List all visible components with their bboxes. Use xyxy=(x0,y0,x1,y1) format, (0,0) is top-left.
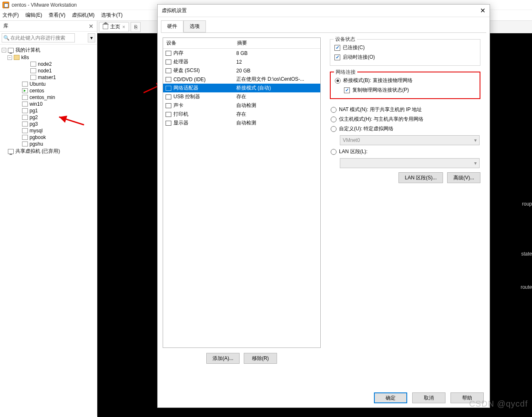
hw-row-cpu[interactable]: 处理器12 xyxy=(163,57,320,66)
library-panel: 库 ✕ 🔍 ▾ −我的计算机 −k8s node2 node1 matser1 … xyxy=(0,21,97,416)
device-state-fieldset: 设备状态 已连接(C) 启动时连接(O) xyxy=(330,39,480,66)
radio-icon xyxy=(331,117,337,122)
tree-pg3[interactable]: pg3 xyxy=(1,121,96,127)
hw-row-printer[interactable]: 打印机存在 xyxy=(163,110,320,119)
watermark: CSDN @qycdf xyxy=(469,399,528,409)
add-hardware-button[interactable]: 添加(A)... xyxy=(206,353,240,364)
vm-settings-dialog: 虚拟机设置 ✕ 硬件 选项 设备 摘要 内存8 GB 处理器12 硬盘 (SCS… xyxy=(157,4,490,408)
search-icon: 🔍 xyxy=(3,35,10,41)
tree-pgbook[interactable]: pgbook xyxy=(1,134,96,141)
chevron-down-icon: ▾ xyxy=(474,160,477,166)
tree-node1[interactable]: node1 xyxy=(1,67,96,74)
checkbox-icon xyxy=(334,45,340,51)
hardware-list: 设备 摘要 内存8 GB 处理器12 硬盘 (SCSI)20 GB CD/DVD… xyxy=(163,37,321,348)
chevron-down-icon: ▾ xyxy=(474,137,477,143)
tree-node2[interactable]: node2 xyxy=(1,61,96,67)
tree-pg2[interactable]: pg2 xyxy=(1,114,96,121)
radio-bridged[interactable]: 桥接模式(B): 直接连接物理网络 xyxy=(335,76,475,85)
library-title: 库 xyxy=(3,22,8,30)
radio-nat[interactable]: NAT 模式(N): 用于共享主机的 IP 地址 xyxy=(331,105,480,114)
dialog-title: 虚拟机设置 xyxy=(162,7,187,14)
dialog-close-icon[interactable]: ✕ xyxy=(480,7,485,15)
tab-home-label: 主页 xyxy=(110,23,120,30)
home-icon xyxy=(103,25,108,29)
tree-centos-min[interactable]: centos_min xyxy=(1,94,96,101)
window-title: centos - VMware Workstation xyxy=(12,2,77,8)
menu-tabs[interactable]: 选项卡(T) xyxy=(101,12,122,19)
tab-close-icon[interactable]: × xyxy=(122,24,125,30)
checkbox-icon xyxy=(334,55,340,60)
library-close-icon[interactable]: ✕ xyxy=(89,23,94,30)
device-state-legend: 设备状态 xyxy=(334,36,357,43)
network-icon xyxy=(166,86,171,91)
radio-lan[interactable]: LAN 区段(L): xyxy=(331,147,480,156)
advanced-button[interactable]: 高级(V)... xyxy=(447,172,480,183)
radio-hostonly[interactable]: 仅主机模式(H): 与主机共享的专用网络 xyxy=(331,114,480,124)
library-search-input[interactable] xyxy=(2,33,75,42)
menu-file[interactable]: 文件(F) xyxy=(2,12,19,19)
memory-icon xyxy=(166,51,171,56)
dialog-tab-options[interactable]: 选项 xyxy=(183,20,206,32)
cpu-icon xyxy=(166,60,171,65)
hw-row-network[interactable]: 网络适配器桥接模式 (自动) xyxy=(163,84,320,92)
display-icon xyxy=(166,121,171,126)
hw-row-display[interactable]: 显示器自动检测 xyxy=(163,119,320,127)
radio-icon xyxy=(331,126,337,132)
tree-centos[interactable]: centos xyxy=(1,87,96,94)
col-device-header: 设备 xyxy=(163,38,234,48)
checkbox-icon xyxy=(344,87,350,93)
ok-button[interactable]: 确定 xyxy=(374,392,407,403)
tab-home[interactable]: 主页 × xyxy=(99,22,129,32)
tree-mysql[interactable]: mysql xyxy=(1,127,96,134)
chk-connect-poweron[interactable]: 启动时连接(O) xyxy=(334,52,476,62)
vmnet-select: VMnet0▾ xyxy=(340,135,480,145)
tree-ubuntu[interactable]: Ubuntu xyxy=(1,81,96,87)
radio-icon xyxy=(331,149,337,155)
tree-win10[interactable]: win10 xyxy=(1,101,96,107)
terminal-output: roup state route xyxy=(521,196,532,295)
menu-view[interactable]: 查看(V) xyxy=(49,12,65,19)
col-summary-header: 摘要 xyxy=(234,38,320,48)
radio-icon xyxy=(335,78,341,84)
disk-icon xyxy=(166,68,171,73)
hw-row-cd[interactable]: CD/DVD (IDE)正在使用文件 D:\os\CentOS-... xyxy=(163,75,320,84)
tree-shared[interactable]: 共享虚拟机 (已弃用) xyxy=(1,147,96,155)
hw-row-memory[interactable]: 内存8 GB xyxy=(163,49,320,57)
lan-segments-button[interactable]: LAN 区段(S)... xyxy=(398,172,443,183)
chk-connected[interactable]: 已连接(C) xyxy=(334,43,476,52)
tree-pgshu[interactable]: pgshu xyxy=(1,141,96,147)
network-connection-fieldset: 网络连接 桥接模式(B): 直接连接物理网络 复制物理网络连接状态(P) xyxy=(330,72,480,99)
network-legend: 网络连接 xyxy=(334,69,357,76)
cancel-button[interactable]: 取消 xyxy=(412,392,445,403)
tree-master1[interactable]: matser1 xyxy=(1,74,96,81)
chk-replicate[interactable]: 复制物理网络连接状态(P) xyxy=(335,85,475,95)
lan-select: ▾ xyxy=(340,158,480,168)
search-dropdown-button[interactable]: ▾ xyxy=(88,33,95,42)
app-icon xyxy=(2,2,9,8)
hw-row-usb[interactable]: USB 控制器存在 xyxy=(163,92,320,101)
tree-my-computer[interactable]: −我的计算机 xyxy=(1,46,96,54)
radio-icon xyxy=(331,107,337,113)
radio-custom[interactable]: 自定义(U): 特定虚拟网络 xyxy=(331,124,480,134)
hw-row-disk[interactable]: 硬盘 (SCSI)20 GB xyxy=(163,66,320,75)
printer-icon xyxy=(166,112,171,117)
menu-edit[interactable]: 编辑(E) xyxy=(25,12,42,19)
dialog-tab-hardware[interactable]: 硬件 xyxy=(161,20,183,32)
tree-pg1[interactable]: pg1 xyxy=(1,107,96,114)
hw-row-sound[interactable]: 声卡自动检测 xyxy=(163,101,320,110)
remove-hardware-button[interactable]: 移除(R) xyxy=(244,353,277,364)
detach-tab-button[interactable]: ⎘ xyxy=(131,22,141,32)
sound-icon xyxy=(166,103,171,108)
menu-vm[interactable]: 虚拟机(M) xyxy=(72,12,94,19)
library-tree: −我的计算机 −k8s node2 node1 matser1 Ubuntu c… xyxy=(0,45,97,157)
cd-icon xyxy=(166,77,171,82)
usb-icon xyxy=(166,94,171,99)
tree-k8s[interactable]: −k8s xyxy=(1,54,96,61)
